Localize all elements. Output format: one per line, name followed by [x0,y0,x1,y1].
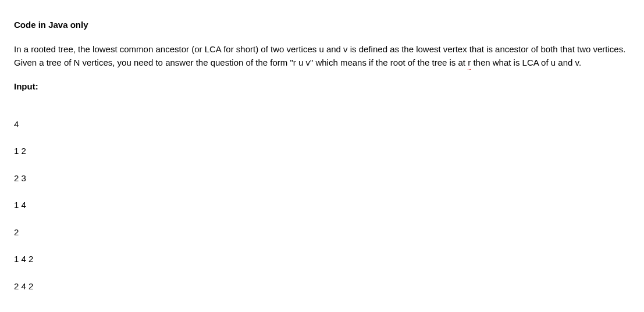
title: Code in Java only [14,19,630,32]
description-part2: then what is LCA of u and v. [471,58,581,67]
input-data: 4 1 2 2 3 1 4 2 1 4 2 2 4 2 [14,104,630,307]
input-line: 1 4 [14,198,630,211]
input-label: Input: [14,80,630,94]
input-line: 2 [14,225,630,239]
problem-description: In a rooted tree, the lowest common ance… [14,42,630,70]
input-line: 1 4 2 [14,252,630,266]
input-line: 2 4 2 [14,279,630,293]
input-line: 2 3 [14,171,630,185]
input-line: 1 2 [14,144,630,157]
input-line: 4 [14,117,630,131]
